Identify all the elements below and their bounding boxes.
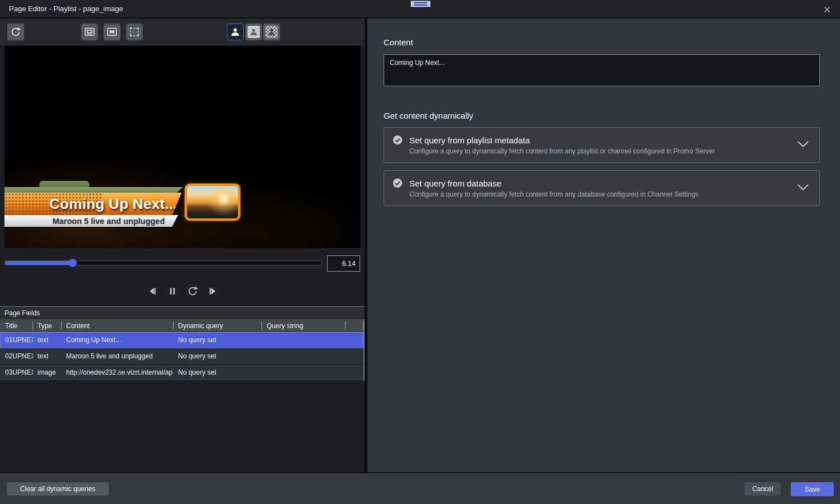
- table-row[interactable]: 01UPNEX text Coming Up Next... No query …: [0, 332, 363, 348]
- dock-handle[interactable]: [410, 1, 431, 7]
- card-title: Set query from playlist metadata: [409, 136, 790, 145]
- table-row[interactable]: 03UPNEX image http://onedev232.se.vizrt.…: [0, 365, 363, 381]
- row-type: text: [33, 348, 62, 364]
- col-dynamic-query[interactable]: Dynamic query: [174, 319, 262, 332]
- transport-controls: [0, 283, 365, 300]
- banner-main-bar: Coming Up Next...: [4, 193, 183, 216]
- col-query-string[interactable]: Query string: [262, 319, 346, 332]
- table-header: Title Type Content Dynamic query Query s…: [0, 319, 363, 332]
- pause-icon[interactable]: [166, 285, 179, 297]
- refresh-icon[interactable]: [7, 24, 24, 40]
- row-type: text: [33, 332, 62, 348]
- database-card[interactable]: Set query from database Configure a quer…: [384, 170, 820, 206]
- row-type: image: [33, 365, 62, 380]
- col-title[interactable]: Title: [0, 319, 33, 332]
- col-extra: [346, 319, 363, 332]
- banner-title-text: Coming Up Next...: [4, 195, 178, 213]
- step-backward-icon[interactable]: [146, 285, 158, 297]
- restart-icon[interactable]: [186, 285, 199, 297]
- row-query-string: [262, 365, 346, 380]
- clear-dynamic-queries-button[interactable]: Clear all dynamic queries: [7, 482, 109, 496]
- chevron-down-icon[interactable]: [797, 183, 809, 193]
- video-preview[interactable]: Coming Up Next... Maroon 5 live and unpl…: [4, 46, 361, 248]
- timeline-slider-thumb[interactable]: [68, 259, 77, 267]
- window-title: Page Editor - Playlist - page_image: [9, 4, 123, 13]
- col-type[interactable]: Type: [33, 319, 62, 332]
- scrub-row: 6.14: [0, 255, 365, 278]
- person-fill-icon[interactable]: [245, 24, 262, 40]
- card-description: Configure a query to dynamically fetch c…: [409, 147, 790, 155]
- dynamic-heading: Get content dynamically: [384, 111, 820, 120]
- row-content: http://onedev232.se.vizrt.internal/ap: [62, 365, 174, 380]
- bounding-box-icon[interactable]: [126, 24, 143, 40]
- person-key-icon[interactable]: [227, 24, 244, 40]
- row-title: 03UPNEX: [0, 365, 33, 380]
- row-dynamic-query: No query set: [174, 348, 262, 364]
- row-query-string: [262, 332, 346, 348]
- editor-panel: Content Coming Up Next... Get content dy…: [367, 18, 840, 472]
- time-value[interactable]: 6.14: [327, 255, 360, 272]
- row-content: Coming Up Next...: [62, 332, 174, 348]
- preview-panel: Coming Up Next... Maroon 5 live and unpl…: [0, 18, 365, 472]
- safe-area-icon[interactable]: [104, 24, 120, 40]
- step-forward-icon[interactable]: [207, 285, 219, 297]
- row-title: 01UPNEX: [0, 332, 33, 348]
- page-fields-section: Page Fields Title Type Content Dynamic q…: [0, 306, 365, 381]
- content-heading: Content: [384, 38, 820, 47]
- page-fields-table: Title Type Content Dynamic query Query s…: [0, 319, 365, 381]
- page-fields-title: Page Fields: [0, 306, 365, 319]
- content-input[interactable]: Coming Up Next...: [384, 54, 820, 86]
- card-description: Configure a query to dynamically fetch c…: [409, 190, 790, 198]
- timeline-slider-fill: [5, 261, 73, 265]
- col-content[interactable]: Content: [62, 319, 174, 332]
- card-title: Set query from database: [409, 179, 790, 188]
- playlist-metadata-card[interactable]: Set query from playlist metadata Configu…: [384, 127, 820, 163]
- title-area-icon[interactable]: [81, 24, 98, 40]
- check-circle-icon: [393, 178, 403, 188]
- row-query-string: [262, 348, 346, 364]
- timeline-slider[interactable]: [4, 260, 322, 265]
- table-row[interactable]: 02UPNEX text Maroon 5 live and unplugged…: [0, 348, 363, 365]
- banner-subtitle-text: Maroon 5 live and unplugged: [18, 217, 165, 226]
- chevron-down-icon[interactable]: [797, 140, 809, 150]
- save-button[interactable]: Save: [791, 482, 834, 496]
- page-editor-window: Page Editor - Playlist - page_image: [0, 0, 840, 504]
- check-circle-icon: [393, 135, 403, 145]
- close-icon[interactable]: [822, 4, 832, 15]
- banner-photo-frame: [185, 184, 240, 221]
- row-dynamic-query: No query set: [174, 365, 262, 380]
- banner-sub-bar: Maroon 5 live and unplugged: [4, 215, 178, 227]
- cancel-button[interactable]: Cancel: [745, 482, 781, 496]
- preview-toolbar: [0, 18, 365, 45]
- row-content: Maroon 5 live and unplugged: [62, 348, 174, 364]
- footer-bar: Clear all dynamic queries Cancel Save: [0, 472, 840, 504]
- person-alpha-icon[interactable]: [263, 24, 280, 40]
- row-dynamic-query: No query set: [174, 332, 262, 348]
- row-title: 02UPNEX: [0, 348, 33, 364]
- titlebar: Page Editor - Playlist - page_image: [0, 0, 840, 18]
